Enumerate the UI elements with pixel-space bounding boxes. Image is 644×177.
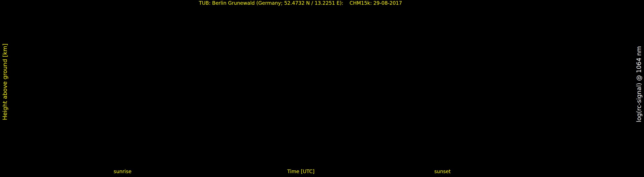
colorbar-label: log(rc-signal) @ 1064 nm <box>636 46 642 122</box>
sunrise-annotation-label: sunrise <box>114 169 131 174</box>
heatmap-canvas <box>0 0 644 177</box>
y-axis-label: Height above ground [km] <box>2 44 8 120</box>
lidar-quicklook-figure: TUB: Berlin Grunewald (Germany; 52.4732 … <box>0 0 644 177</box>
plot-title: TUB: Berlin Grunewald (Germany; 52.4732 … <box>199 0 402 6</box>
sunset-annotation-label: sunset <box>434 169 451 174</box>
x-axis-label: Time [UTC] <box>287 169 314 174</box>
